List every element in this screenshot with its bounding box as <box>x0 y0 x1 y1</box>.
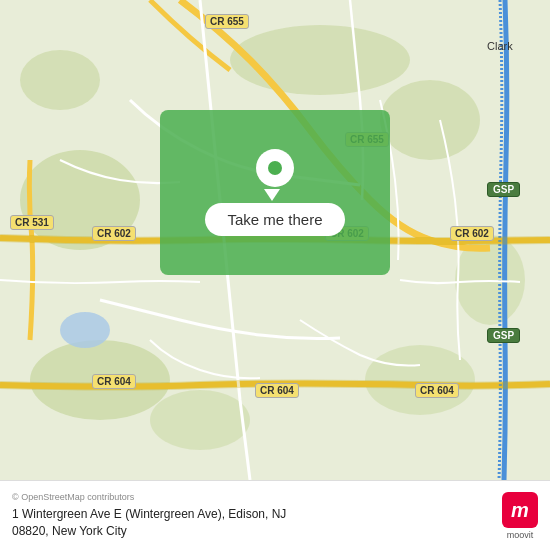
address-text: 1 Wintergreen Ave E (Wintergreen Ave), E… <box>12 506 492 540</box>
address-line1: 1 Wintergreen Ave E (Wintergreen Ave), E… <box>12 507 286 521</box>
address-line2: 08820, New York City <box>12 524 127 538</box>
road-label-cr604-left: CR 604 <box>92 374 136 389</box>
road-label-cr655-top: CR 655 <box>205 14 249 29</box>
attribution-text: © OpenStreetMap contributors <box>12 492 492 502</box>
pin-circle <box>256 149 294 187</box>
road-label-cr604-mid: CR 604 <box>255 383 299 398</box>
highlight-box: Take me there <box>160 110 390 275</box>
svg-point-9 <box>60 312 110 348</box>
road-label-gsp-bot: GSP <box>487 328 520 343</box>
moovit-m: m <box>511 500 529 520</box>
road-label-cr604-right: CR 604 <box>415 383 459 398</box>
road-label-cr602-left: CR 602 <box>92 226 136 241</box>
info-bar: © OpenStreetMap contributors 1 Wintergre… <box>0 480 550 550</box>
road-label-cr602-far: CR 602 <box>450 226 494 241</box>
road-label-gsp-top: GSP <box>487 182 520 197</box>
moovit-logo: m moovit <box>502 492 538 540</box>
city-label-clark: Clark <box>487 40 513 52</box>
svg-point-8 <box>20 50 100 110</box>
road-label-cr531: CR 531 <box>10 215 54 230</box>
svg-point-7 <box>365 345 475 415</box>
moovit-icon: m <box>502 492 538 528</box>
svg-point-6 <box>150 390 250 450</box>
pin-tail <box>264 189 280 201</box>
svg-point-2 <box>380 80 480 160</box>
pin-dot <box>268 161 282 175</box>
svg-point-5 <box>230 25 410 95</box>
map-pin <box>253 149 297 193</box>
take-me-there-button[interactable]: Take me there <box>205 203 344 236</box>
moovit-text: moovit <box>507 530 534 540</box>
map-container: CR 655 CR 655 CR 531 CR 602 CR 602 CR 60… <box>0 0 550 480</box>
info-left: © OpenStreetMap contributors 1 Wintergre… <box>12 492 492 540</box>
